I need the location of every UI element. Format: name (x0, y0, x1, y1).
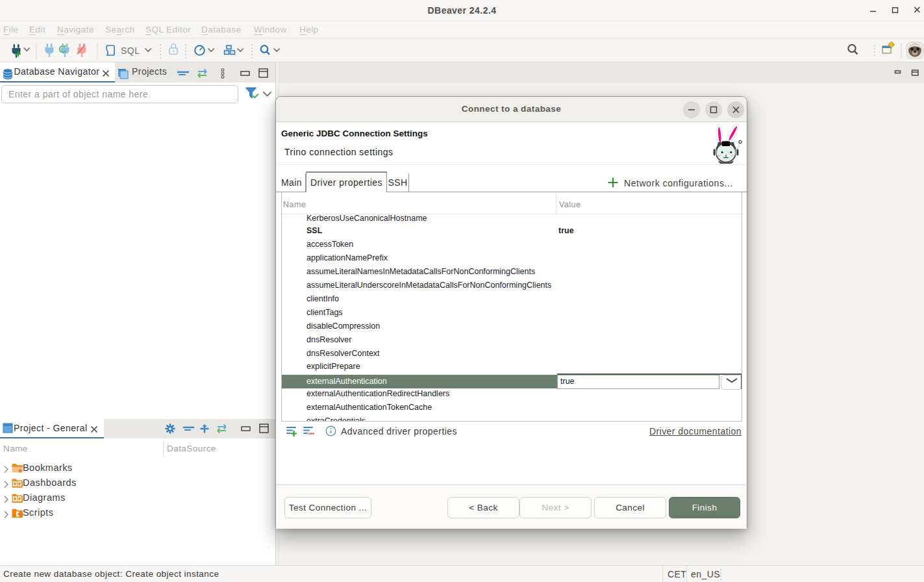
svg-text:SQL: SQL (121, 45, 140, 56)
